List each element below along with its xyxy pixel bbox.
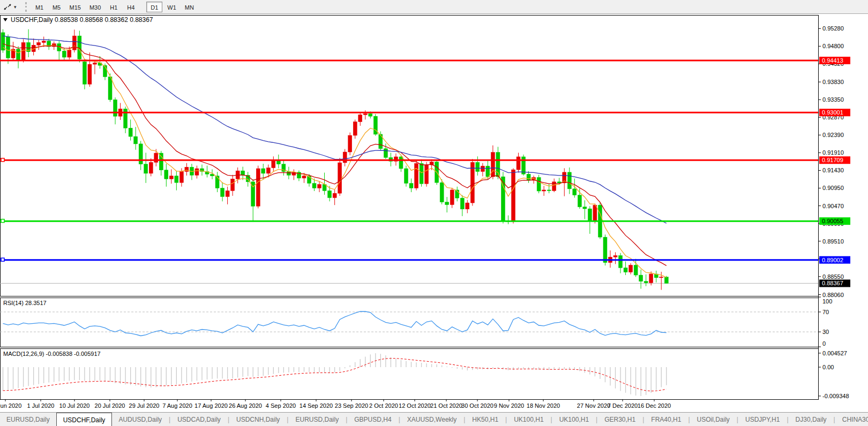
svg-text:0: 0 <box>822 340 826 347</box>
svg-text:7 Dec 2020: 7 Dec 2020 <box>608 402 638 409</box>
rsi-line <box>3 311 667 336</box>
svg-text:21 Oct 2020: 21 Oct 2020 <box>430 402 462 409</box>
svg-text:0.90470: 0.90470 <box>822 203 844 209</box>
chart-tab-usdchf-daily[interactable]: USDCHF,Daily <box>56 413 113 426</box>
svg-text:0.91709: 0.91709 <box>822 157 843 163</box>
svg-text:0.95280: 0.95280 <box>822 25 844 32</box>
svg-text:70: 70 <box>822 309 829 315</box>
svg-text:16 Dec 2020: 16 Dec 2020 <box>638 402 671 409</box>
svg-text:4 Sep 2020: 4 Sep 2020 <box>266 402 296 409</box>
ma-mid-red <box>3 44 667 266</box>
svg-text:0.89002: 0.89002 <box>822 257 843 263</box>
svg-text:0.88550: 0.88550 <box>822 273 844 280</box>
ma-fast-orange <box>3 45 667 277</box>
svg-text:1 Jul 2020: 1 Jul 2020 <box>27 402 55 409</box>
chart-tab-uk100-h1[interactable]: UK100,H1 <box>507 413 550 426</box>
macd-label: MACD(12,26,9) -0.005838 -0.005917 <box>3 351 101 357</box>
svg-text:20 Jul 2020: 20 Jul 2020 <box>95 402 125 409</box>
svg-text:0.93830: 0.93830 <box>822 79 844 85</box>
chart-canvas[interactable]: 0.952800.948000.943200.938300.933500.928… <box>0 14 868 412</box>
svg-text:0.88367: 0.88367 <box>822 280 843 286</box>
svg-text:100: 100 <box>822 298 832 305</box>
svg-text:23 Sep 2020: 23 Sep 2020 <box>335 402 368 409</box>
mt4-terminal: ▾ M1M5M15M30H1H4D1W1MN 0.952800.948000.9… <box>0 0 868 426</box>
svg-text:0.00: 0.00 <box>822 364 834 370</box>
svg-text:0.92390: 0.92390 <box>822 132 844 138</box>
timeframe-toolbar: ▾ M1M5M15M30H1H4D1W1MN <box>0 0 868 14</box>
svg-text:0.93001: 0.93001 <box>822 109 843 116</box>
svg-text:10 Jul 2020: 10 Jul 2020 <box>59 402 90 409</box>
svg-text:22 Jun 2020: 22 Jun 2020 <box>0 402 21 409</box>
timeframe-button-m5[interactable]: M5 <box>49 2 65 12</box>
ma-lines <box>3 36 667 277</box>
date-axis: 22 Jun 20201 Jul 202010 Jul 202020 Jul 2… <box>0 399 671 409</box>
rsi-label: RSI(14) 28.3517 <box>3 300 47 306</box>
svg-text:0.94413: 0.94413 <box>822 57 843 64</box>
chart-title: USDCHF,Daily 0.88538 0.88568 0.88362 0.8… <box>3 16 153 24</box>
chart-tab-bar: EURUSD,DailyUSDCHF,DailyAUDUSD,Daily|USD… <box>0 412 868 426</box>
chart-tab-usoil-daily[interactable]: USOil,Daily <box>691 413 736 426</box>
chart-tab-usdcnh-daily[interactable]: USDCNH,Daily <box>230 413 286 426</box>
svg-text:17 Aug 2020: 17 Aug 2020 <box>194 402 228 409</box>
svg-text:0.90950: 0.90950 <box>822 185 844 191</box>
chart-tab-eurusd-daily[interactable]: EURUSD,Daily <box>0 413 56 426</box>
chart-tools[interactable]: ▾ <box>0 0 20 13</box>
chart-tab-uk100-h1[interactable]: UK100,H1 <box>553 413 595 426</box>
svg-text:-0.009348: -0.009348 <box>822 393 849 399</box>
svg-text:0.89510: 0.89510 <box>822 238 844 245</box>
svg-text:0.91910: 0.91910 <box>822 149 844 156</box>
timeframe-button-mn[interactable]: MN <box>181 2 198 12</box>
toolbar-drag-handle[interactable] <box>25 2 27 12</box>
svg-text:0.88060: 0.88060 <box>822 292 844 298</box>
chart-tab-usdcad-daily[interactable]: USDCAD,Daily <box>171 413 227 426</box>
chart-tab-xauusd-weekly[interactable]: XAUUSD,Weekly <box>401 413 463 426</box>
macd-signal-line <box>3 359 667 391</box>
svg-text:12 Oct 2020: 12 Oct 2020 <box>399 402 431 409</box>
timeframe-button-d1[interactable]: D1 <box>146 2 162 12</box>
svg-text:0.004527: 0.004527 <box>822 350 847 356</box>
chart-title-text: USDCHF,Daily 0.88538 0.88568 0.88362 0.8… <box>11 16 153 24</box>
timeframe-button-m1[interactable]: M1 <box>32 2 48 12</box>
svg-text:27 Nov 2020: 27 Nov 2020 <box>577 402 610 409</box>
svg-text:0.94800: 0.94800 <box>822 43 844 49</box>
chart-tab-fra40-h1[interactable]: FRA40,H1 <box>645 413 687 426</box>
chart-tab-hk50-h1[interactable]: HK50,H1 <box>466 413 505 426</box>
timeframe-button-h1[interactable]: H1 <box>106 2 122 12</box>
chevron-down-icon: ▾ <box>14 4 17 10</box>
svg-text:29 Jul 2020: 29 Jul 2020 <box>129 402 160 409</box>
svg-text:30 Oct 2020: 30 Oct 2020 <box>461 402 493 409</box>
rsi-panel: 10070300RSI(14) 28.3517 <box>0 297 832 347</box>
svg-text:18 Nov 2020: 18 Nov 2020 <box>527 402 560 409</box>
chart-tab-usdjpy-h1[interactable]: USDJPY,H1 <box>739 413 786 426</box>
chart-tab-china300-h1[interactable]: CHINA300,H1 <box>836 413 868 426</box>
svg-text:0.91430: 0.91430 <box>822 167 844 173</box>
svg-text:26 Aug 2020: 26 Aug 2020 <box>229 402 262 409</box>
chart-tab-ger30-h1[interactable]: GER30,H1 <box>598 413 642 426</box>
timeframe-button-m30[interactable]: M30 <box>86 2 104 12</box>
timeframe-button-m15[interactable]: M15 <box>66 2 85 12</box>
svg-text:14 Sep 2020: 14 Sep 2020 <box>300 402 333 409</box>
svg-text:2 Oct 2020: 2 Oct 2020 <box>369 402 398 409</box>
macd-panel: 0.0045270.00-0.009348MACD(12,26,9) -0.00… <box>3 350 849 399</box>
timeframe-button-h4[interactable]: H4 <box>123 2 139 12</box>
svg-text:0.93350: 0.93350 <box>822 96 844 103</box>
current-price-line: 0.88367 <box>0 279 850 287</box>
panel-frames <box>1 15 819 400</box>
cursor-move-icon <box>3 3 12 11</box>
svg-text:7 Aug 2020: 7 Aug 2020 <box>162 402 192 409</box>
svg-text:0.90055: 0.90055 <box>822 218 843 224</box>
svg-text:30: 30 <box>822 329 829 335</box>
timeframe-button-w1[interactable]: W1 <box>163 2 180 12</box>
chart-tab-dj30-daily[interactable]: DJ30,Daily <box>789 413 833 426</box>
chart-tab-eurusd-daily[interactable]: EURUSD,Daily <box>289 413 345 426</box>
chart-tab-gbpusd-h4[interactable]: GBPUSD,H4 <box>348 413 398 426</box>
svg-text:9 Nov 2020: 9 Nov 2020 <box>494 402 524 409</box>
chart-tab-audusd-daily[interactable]: AUDUSD,Daily <box>112 413 168 426</box>
